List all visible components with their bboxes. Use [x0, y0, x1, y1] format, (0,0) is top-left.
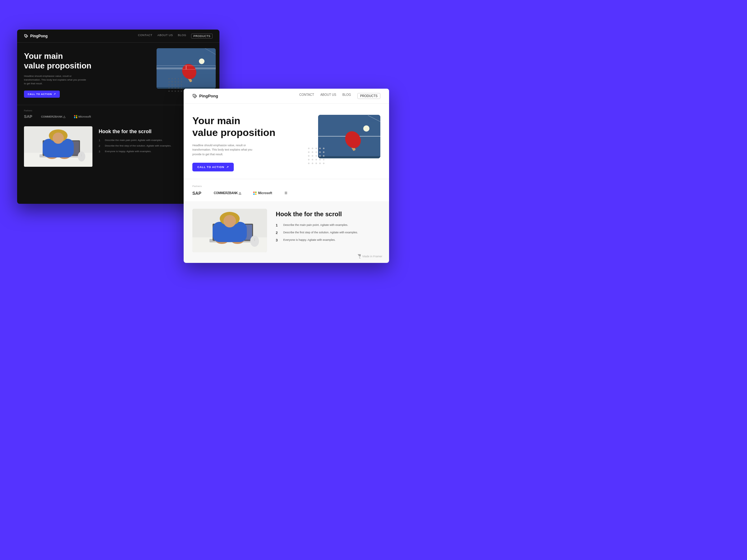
light-partner-extra: ☰: [284, 191, 287, 195]
svg-point-27: [178, 87, 179, 89]
light-logo-icon: [192, 94, 197, 99]
light-nav-blog[interactable]: BLOG: [342, 93, 351, 99]
light-dots-grid: [307, 147, 329, 170]
svg-point-67: [323, 155, 325, 157]
svg-point-14: [169, 81, 170, 82]
svg-point-54: [312, 148, 313, 149]
svg-point-19: [169, 84, 170, 85]
dark-cta-button[interactable]: CALL TO ACTION ↗: [24, 90, 60, 98]
light-partners: Partners SAP COMMERZBANK △ Microsoft ☰: [184, 179, 389, 201]
svg-point-24: [169, 87, 170, 89]
svg-point-64: [312, 155, 313, 157]
dark-section2-image: [24, 126, 93, 167]
laptop-image-dark: [24, 126, 93, 167]
svg-point-53: [308, 148, 310, 149]
dark-hero-subtitle: Headline should emphasize value, result …: [24, 74, 86, 85]
svg-point-25: [172, 87, 173, 89]
svg-point-70: [316, 159, 317, 160]
svg-point-59: [312, 151, 313, 153]
light-section2-image: [192, 209, 267, 252]
partner-microsoft-dark: Microsoft: [74, 115, 91, 118]
svg-point-73: [308, 162, 310, 164]
framer-badge-label: Made in Framer: [362, 255, 382, 258]
light-section2-title: Hook the for the scroll: [276, 211, 380, 218]
light-nav-links: CONTACT ABOUT US BLOG PRODUCTS: [300, 93, 380, 99]
pp-table-svg-dark: [157, 48, 216, 89]
svg-point-60: [316, 151, 317, 153]
svg-point-62: [323, 151, 325, 153]
dark-cta-arrow: ↗: [54, 93, 56, 96]
svg-point-66: [319, 155, 321, 157]
light-hero-subtitle: Headline should emphasize value, result …: [192, 143, 261, 157]
svg-point-75: [316, 162, 317, 164]
light-logo: PingPong: [192, 94, 218, 99]
svg-point-72: [323, 159, 325, 160]
dark-title-line1: Your main: [24, 51, 63, 61]
light-nav-products[interactable]: PRODUCTS: [357, 93, 380, 99]
svg-point-33: [181, 90, 182, 92]
light-cta-button[interactable]: CALL TO ACTION ↗: [192, 163, 234, 171]
svg-point-55: [316, 148, 317, 149]
light-partner-sap: SAP: [192, 191, 201, 196]
svg-point-26: [175, 87, 176, 89]
svg-point-69: [312, 159, 313, 160]
light-card: PingPong CONTACT ABOUT US BLOG PRODUCTS …: [184, 89, 389, 263]
svg-point-20: [172, 84, 173, 85]
svg-point-68: [308, 159, 310, 160]
light-logo-text: PingPong: [199, 94, 218, 98]
svg-point-12: [178, 78, 179, 79]
light-cta-arrow: ↗: [226, 165, 229, 169]
svg-point-13: [181, 78, 182, 79]
svg-point-31: [175, 90, 176, 92]
svg-point-28: [181, 87, 182, 89]
light-cta-label: CALL TO ACTION: [197, 165, 225, 169]
light-nav-contact[interactable]: CONTACT: [300, 93, 314, 99]
logo-icon: [24, 34, 28, 38]
light-section2-content: Hook the for the scroll 1 Describe the m…: [276, 209, 380, 252]
svg-point-17: [178, 81, 179, 82]
nav-blog[interactable]: BLOG: [178, 34, 186, 38]
dark-cta-label: CALL TO ACTION: [28, 93, 52, 96]
light-list-item-2: 2 Describe the first step of the solutio…: [276, 231, 380, 235]
framer-icon: [358, 254, 361, 259]
dark-navbar: PingPong CONTACT ABOUT US BLOG PRODUCTS: [17, 30, 220, 43]
light-list-item-3: 3 Everyone is happy. Agitate with exampl…: [276, 238, 380, 242]
nav-products[interactable]: PRODUCTS: [191, 34, 212, 38]
light-title-line2: value proposition: [192, 127, 276, 138]
svg-point-29: [169, 90, 170, 92]
svg-point-76: [319, 162, 321, 164]
framer-badge: Made in Framer: [358, 254, 382, 259]
light-partner-microsoft: Microsoft: [253, 191, 272, 195]
svg-point-71: [319, 159, 321, 160]
svg-point-58: [308, 151, 310, 153]
svg-point-18: [181, 81, 182, 82]
dark-logo: PingPong: [24, 34, 48, 38]
dark-nav-links: CONTACT ABOUT US BLOG PRODUCTS: [138, 34, 212, 38]
nav-about[interactable]: ABOUT US: [157, 34, 173, 38]
dark-dots-grid: [168, 77, 185, 96]
svg-point-56: [319, 148, 321, 149]
svg-point-21: [175, 84, 176, 85]
svg-point-23: [181, 84, 182, 85]
light-nav-about[interactable]: ABOUT US: [320, 93, 336, 99]
partner-sap-dark: SAP: [24, 114, 32, 119]
nav-contact[interactable]: CONTACT: [138, 34, 152, 38]
dark-pp-image: [157, 48, 216, 89]
light-partners-logos: SAP COMMERZBANK △ Microsoft ☰: [192, 191, 380, 196]
svg-point-22: [178, 84, 179, 85]
light-section2: Hook the for the scroll 1 Describe the m…: [184, 201, 389, 260]
light-hero-title: Your main value proposition: [192, 115, 312, 139]
svg-point-32: [178, 90, 179, 92]
dark-title-line2: value proposition: [24, 61, 92, 70]
svg-point-43: [53, 133, 64, 144]
light-partner-commerzbank: COMMERZBANK △: [214, 191, 241, 195]
dark-hero-title: Your main value proposition: [24, 51, 150, 71]
light-title-line1: Your main: [192, 115, 240, 126]
light-hero: Your main value proposition Headline sho…: [184, 104, 389, 179]
light-hero-text: Your main value proposition Headline sho…: [192, 115, 312, 171]
svg-point-74: [312, 162, 313, 164]
svg-point-10: [172, 78, 173, 79]
svg-point-77: [323, 162, 325, 164]
light-list-item-1: 1 Describe the main pain point. Agitate …: [276, 223, 380, 227]
light-numbered-list: 1 Describe the main pain point. Agitate …: [276, 223, 380, 242]
